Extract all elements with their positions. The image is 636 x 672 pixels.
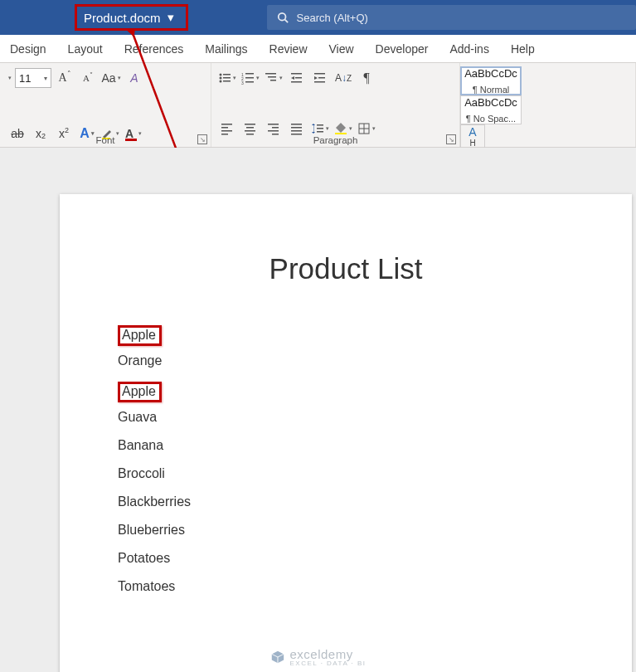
svg-rect-36 — [291, 124, 302, 125]
svg-rect-14 — [245, 81, 254, 83]
font-group: ▾ 11 ▾ A˄ A˅ Aa▾ A ab x2 x2 A▾ ▾ A▾ Font… — [0, 63, 211, 147]
style-sample: AaBbCcDc — [464, 67, 517, 80]
svg-rect-40 — [313, 125, 314, 132]
paragraph-group: ▾ 123▾ ▾ A↓Z ¶ ▾ ▾ ▾ Paragraph ↘ — [211, 63, 460, 147]
tab-help[interactable]: Help — [511, 42, 535, 56]
font-group-label: Font — [95, 135, 114, 145]
paragraph-group-label: Paragraph — [313, 135, 358, 145]
filename-label: Product.docm — [84, 11, 161, 25]
style-normal[interactable]: AaBbCcDc ¶ Normal — [460, 66, 522, 95]
style-nospacing[interactable]: AaBbCcDc ¶ No Spac... — [460, 95, 522, 124]
list-item[interactable]: Orange — [118, 353, 162, 368]
svg-rect-43 — [317, 131, 323, 133]
svg-point-0 — [278, 13, 285, 21]
svg-line-1 — [284, 20, 288, 23]
svg-rect-30 — [245, 130, 255, 132]
list-item[interactable]: Apple — [118, 382, 162, 402]
watermark-sub: EXCEL · DATA · BI — [289, 660, 366, 667]
list-item[interactable]: Banana — [118, 438, 163, 453]
svg-rect-32 — [268, 124, 279, 125]
shrink-font-button[interactable]: A˅ — [78, 68, 98, 88]
list-item[interactable]: Broccoli — [118, 466, 165, 481]
font-size-input[interactable]: 11 ▾ — [15, 68, 51, 88]
svg-rect-37 — [291, 127, 302, 129]
tab-view[interactable]: View — [329, 42, 354, 56]
svg-rect-23 — [314, 81, 325, 83]
change-case-button[interactable]: Aa▾ — [101, 68, 121, 88]
document-page[interactable]: Product List Apple Orange Apple Guava Ba… — [60, 194, 632, 672]
watermark: exceldemy EXCEL · DATA · BI — [269, 647, 366, 667]
tab-mailings[interactable]: Mailings — [205, 42, 247, 56]
svg-rect-16 — [268, 76, 276, 78]
style-name: ¶ No Spac... — [466, 114, 516, 124]
svg-rect-28 — [245, 124, 255, 125]
tab-design[interactable]: Design — [10, 42, 46, 56]
list-item[interactable]: Blackberries — [118, 494, 191, 509]
multilevel-button[interactable]: ▾ — [265, 68, 283, 88]
show-marks-button[interactable]: ¶ — [357, 68, 376, 88]
search-box[interactable]: Search (Alt+Q) — [267, 5, 636, 30]
tab-layout[interactable]: Layout — [68, 42, 103, 56]
svg-rect-10 — [245, 73, 254, 75]
font-dd-icon[interactable]: ▾ — [8, 75, 12, 81]
logo-icon — [269, 650, 284, 665]
svg-point-3 — [220, 74, 222, 76]
clear-format-button[interactable]: A — [124, 68, 144, 88]
svg-rect-44 — [335, 133, 347, 134]
indent-right-button[interactable] — [311, 68, 329, 88]
svg-rect-15 — [265, 73, 276, 75]
font-size-value: 11 — [19, 72, 31, 85]
document-title: Product List — [60, 252, 632, 285]
chevron-down-icon: ▾ — [44, 75, 47, 82]
list-item[interactable]: Tomatoes — [118, 579, 175, 594]
title-bar: Product.docm ▾ Search (Alt+Q) — [0, 0, 636, 35]
ribbon: ▾ 11 ▾ A˄ A˅ Aa▾ A ab x2 x2 A▾ ▾ A▾ Font… — [0, 63, 636, 148]
style-name: ¶ Normal — [473, 85, 509, 95]
numbering-button[interactable]: 123▾ — [241, 68, 260, 88]
styles-group: AaBbCcDc ¶ Normal AaBbCcDc ¶ No Spac... … — [460, 63, 636, 147]
style-heading1[interactable]: A H — [460, 124, 485, 149]
svg-rect-12 — [245, 77, 254, 79]
list-item[interactable]: Potatoes — [118, 551, 170, 566]
svg-rect-42 — [317, 128, 323, 129]
tab-references[interactable]: References — [124, 42, 184, 56]
grow-font-button[interactable]: A˄ — [55, 68, 75, 88]
search-icon — [277, 12, 289, 23]
svg-rect-33 — [272, 127, 279, 129]
search-placeholder: Search (Alt+Q) — [297, 12, 368, 24]
bullets-button[interactable]: ▾ — [218, 68, 236, 88]
list-item[interactable]: Guava — [118, 410, 157, 425]
svg-rect-18 — [291, 73, 302, 75]
list-item[interactable]: Blueberries — [118, 523, 185, 538]
svg-rect-25 — [221, 127, 228, 129]
chevron-down-icon: ▾ — [167, 10, 174, 25]
svg-rect-21 — [314, 73, 325, 75]
svg-rect-17 — [270, 80, 276, 81]
svg-rect-29 — [246, 127, 254, 129]
svg-text:3: 3 — [241, 80, 244, 85]
svg-rect-4 — [223, 74, 231, 75]
tab-review[interactable]: Review — [269, 42, 308, 56]
style-sample: AaBbCcDc — [464, 96, 517, 109]
svg-point-5 — [220, 77, 222, 80]
svg-rect-38 — [291, 130, 302, 132]
filename-highlight[interactable]: Product.docm ▾ — [75, 4, 188, 31]
svg-rect-41 — [317, 124, 323, 126]
svg-rect-20 — [291, 81, 302, 83]
tab-developer[interactable]: Developer — [376, 42, 429, 56]
paragraph-launcher-icon[interactable]: ↘ — [446, 134, 456, 144]
svg-rect-22 — [318, 77, 325, 79]
svg-rect-24 — [221, 124, 232, 125]
tab-addins[interactable]: Add-ins — [449, 42, 488, 56]
svg-rect-26 — [221, 130, 232, 132]
svg-rect-6 — [223, 77, 231, 79]
sort-button[interactable]: A↓Z — [334, 68, 352, 88]
svg-point-7 — [220, 80, 222, 83]
ribbon-tabs: Design Layout References Mailings Review… — [0, 35, 636, 63]
svg-rect-19 — [295, 77, 302, 79]
font-launcher-icon[interactable]: ↘ — [197, 134, 207, 144]
indent-left-button[interactable] — [288, 68, 306, 88]
list-item[interactable]: Apple — [118, 325, 162, 346]
document-canvas: Product List Apple Orange Apple Guava Ba… — [0, 148, 636, 672]
svg-rect-34 — [268, 130, 279, 132]
